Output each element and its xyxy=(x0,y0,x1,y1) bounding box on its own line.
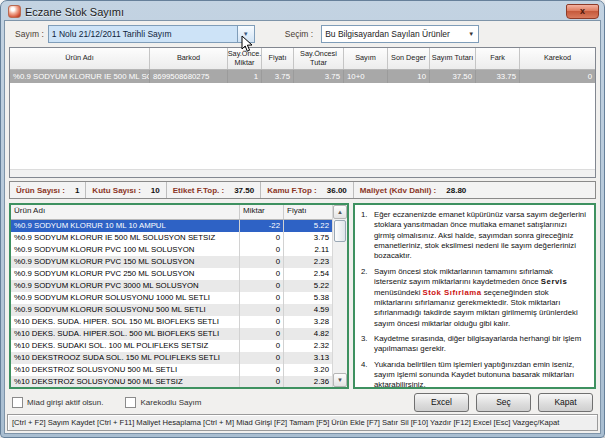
cell: 3.20 xyxy=(284,364,332,376)
cell: %0.9 SODYUM KLORUR PVC 250 ML SOLUSYON xyxy=(11,268,240,280)
cell: 0 xyxy=(240,304,284,316)
table-row[interactable]: %10 DEKS. SUDA. HIPER. SOL 150 ML BIOFLE… xyxy=(11,316,332,328)
cell: 4.59 xyxy=(284,304,332,316)
checkbox-icon[interactable] xyxy=(12,397,23,408)
scrollbar-thumb[interactable] xyxy=(334,220,346,242)
table-row[interactable]: %0.9 SODYUM KLORUR IE 500 ML SOLUSYON SE… xyxy=(11,232,332,244)
sayim-label: Sayım : xyxy=(15,29,44,39)
scrollbar-track[interactable] xyxy=(333,243,347,373)
count-column-header[interactable]: Ürün Adı xyxy=(10,48,150,69)
table-row[interactable]: %0.9 SODYUM KLORUR PVC 3000 ML SOLUSYON0… xyxy=(11,280,332,292)
count-column-header[interactable]: Say.Öncesi Tutar xyxy=(294,48,344,69)
cell: %10 DEKS. SUDA. HIPER. SOL 150 ML BIOFLE… xyxy=(11,316,240,328)
cell: 0 xyxy=(240,376,284,387)
cell: 3.75 xyxy=(284,232,332,244)
count-column-header[interactable]: Son Deger xyxy=(388,48,430,69)
scroll-up-icon[interactable]: ▲ xyxy=(333,205,347,219)
table-row[interactable]: %0.9 SODYUM KLORUR PVC 100 ML SOLUSYON02… xyxy=(11,244,332,256)
count-column-header[interactable]: Sayım Tutarı xyxy=(430,48,476,69)
count-column-header[interactable]: Say.Önce. Miktar xyxy=(228,48,262,69)
cell: %10 DEKS. SUDAKI SOL. 100 ML POLIFLEKS S… xyxy=(11,340,240,352)
table-row[interactable]: %0.9 SODYUM KLORUR IE 500 ML SOLUSYO8699… xyxy=(10,70,595,83)
count-column-header[interactable]: Fark xyxy=(476,48,520,69)
cell: 0 xyxy=(240,244,284,256)
table-row[interactable]: %10 DEKS. SUDA. HIPER.SOL. 500 ML BIOFLE… xyxy=(11,328,332,340)
sec-button[interactable]: Seç xyxy=(476,393,531,412)
summary-item: Kutu Sayısı :10 xyxy=(86,182,166,198)
secim-combobox[interactable]: Bu Bilgisayardan Sayılan Ürünler ▼ xyxy=(321,25,479,43)
table-row[interactable]: %0.9 SODYUM KLORUR SOLUSYONU 1000 ML SET… xyxy=(11,292,332,304)
summary-item: Ürün Sayısı :1 xyxy=(10,182,86,198)
summary-item: Kamu F.Top :36.00 xyxy=(261,182,354,198)
instruction-item: 4.Yukarıda belirtilen tüm işlemleri yapt… xyxy=(361,360,587,389)
cell: 0 xyxy=(240,292,284,304)
title-bar[interactable]: Eczane Stok Sayımı x xyxy=(4,3,601,20)
cell: 8699508680275 xyxy=(150,70,228,83)
count-table-header: Ürün AdıBarkodSay.Önce. MiktarFiyatıSay.… xyxy=(10,48,595,70)
kapat-button[interactable]: Kapat xyxy=(538,393,593,412)
product-column-header[interactable]: Miktar xyxy=(240,205,284,219)
cell: 0 xyxy=(240,232,284,244)
scroll-down-icon[interactable]: ▼ xyxy=(333,373,347,387)
cell: 0 xyxy=(240,364,284,376)
cell: %0.9 SODYUM KLORUR PVC 150 ML SOLUSYON xyxy=(11,256,240,268)
sayim-combobox[interactable]: 1 Nolu 21/12/2011 Tarihli Sayım ▼ xyxy=(48,25,255,43)
count-table-empty-area xyxy=(10,83,595,169)
cell: %0.9 SODYUM KLORUR PVC 3000 ML SOLUSYON xyxy=(11,280,240,292)
vertical-scrollbar[interactable]: ▲ ▼ xyxy=(332,205,347,387)
app-window: Eczane Stok Sayımı x Sayım : 1 Nolu 21/1… xyxy=(0,0,605,438)
summary-item: Etiket F.Top. :37.50 xyxy=(167,182,261,198)
cell: 2.36 xyxy=(284,376,332,387)
cell: %0.9 SODYUM KLORUR IE 500 ML SOLUSYON SE… xyxy=(11,232,240,244)
count-column-header[interactable]: Fiyatı xyxy=(262,48,294,69)
cell: 0 xyxy=(240,268,284,280)
table-row[interactable]: %0.9 SODYUM KLORUR PVC 250 ML SOLUSYON02… xyxy=(11,268,332,280)
table-row[interactable]: %10 DEKSTROZ SOLUSYONU 500 ML SETSIZ02.3… xyxy=(11,376,332,387)
cell: 3.75 xyxy=(262,70,294,83)
table-row[interactable]: %10 DEKSTROOZ SUDA SOL. 150 ML POLIFLEKS… xyxy=(11,352,332,364)
cell: 0 xyxy=(520,70,595,83)
count-column-header[interactable]: Barkod xyxy=(150,48,228,69)
excel-button[interactable]: Excel xyxy=(414,393,469,412)
karekod-checkbox-label: Karekodlu Sayım xyxy=(140,398,201,407)
cell: %0.9 SODYUM KLORUR 10 ML 10 AMPUL xyxy=(11,220,240,232)
product-column-header[interactable]: Fiyatı xyxy=(284,205,332,219)
product-list-panel: Ürün AdıMiktarFiyatı %0.9 SODYUM KLORUR … xyxy=(9,203,349,389)
cell: %0.9 SODYUM KLORUR SOLUSYONU 1000 ML SET… xyxy=(11,292,240,304)
product-column-header[interactable]: Ürün Adı xyxy=(11,205,240,219)
instructions-panel: 1.Eğer eczanenizde emanet küpürünüz vars… xyxy=(353,203,596,389)
cell: 2.23 xyxy=(284,256,332,268)
cell: 3.13 xyxy=(284,352,332,364)
cell: 3.75 xyxy=(294,70,344,83)
miad-checkbox-label: Miad girişi aktif olsun. xyxy=(27,398,103,407)
count-column-header[interactable]: Karekod xyxy=(520,48,595,69)
instruction-item: 1.Eğer eczanenizde emanet küpürünüz vars… xyxy=(361,210,587,262)
checkbox-icon[interactable] xyxy=(125,397,136,408)
secim-label: Seçim : xyxy=(285,29,313,39)
table-row[interactable]: %0.9 SODYUM KLORUR PVC 150 ML SOLUSYON02… xyxy=(11,256,332,268)
table-row[interactable]: %10 DEKS. SUDAKI SOL. 100 ML POLIFLEKS S… xyxy=(11,340,332,352)
secim-combobox-value[interactable]: Bu Bilgisayardan Sayılan Ürünler xyxy=(322,29,464,39)
lower-region: Ürün AdıMiktarFiyatı %0.9 SODYUM KLORUR … xyxy=(9,203,596,389)
count-column-header[interactable]: Sayım xyxy=(344,48,388,69)
chevron-down-icon[interactable]: ▼ xyxy=(464,31,478,37)
cell: 0 xyxy=(240,280,284,292)
horizontal-scrollbar[interactable] xyxy=(10,169,595,177)
client-area: Sayım : 1 Nolu 21/12/2011 Tarihli Sayım … xyxy=(4,20,601,434)
product-table-rows: %0.9 SODYUM KLORUR 10 ML 10 AMPUL-225.22… xyxy=(11,220,332,387)
instruction-item: 3.Kaydetme sırasında, diğer bilgisayarla… xyxy=(361,334,587,355)
table-row[interactable]: %10 DEKSTROZ SOLUSYONU 500 ML SETLI03.20 xyxy=(11,364,332,376)
miad-checkbox[interactable]: Miad girişi aktif olsun. xyxy=(12,397,103,408)
close-icon[interactable]: x xyxy=(566,4,599,19)
karekod-checkbox[interactable]: Karekodlu Sayım xyxy=(125,397,201,408)
table-row[interactable]: %0.9 SODYUM KLORUR 10 ML 10 AMPUL-225.22 xyxy=(11,220,332,232)
cell: 4.82 xyxy=(284,328,332,340)
cell: %0.9 SODYUM KLORUR IE 500 ML SOLUSYO xyxy=(10,70,150,83)
sayim-combobox-value[interactable]: 1 Nolu 21/12/2011 Tarihli Sayım xyxy=(48,25,238,43)
cell: 37.50 xyxy=(430,70,476,83)
cell: %0.9 SODYUM KLORUR PVC 100 ML SOLUSYON xyxy=(11,244,240,256)
table-row[interactable]: %0.9 SODYUM KLORUR SOLUSYONU 500 ML SETL… xyxy=(11,304,332,316)
instruction-item: 2.Sayım öncesi stok miktarlarının tamamı… xyxy=(361,267,587,329)
cell: 5.38 xyxy=(284,292,332,304)
chevron-down-icon[interactable]: ▼ xyxy=(238,25,255,43)
